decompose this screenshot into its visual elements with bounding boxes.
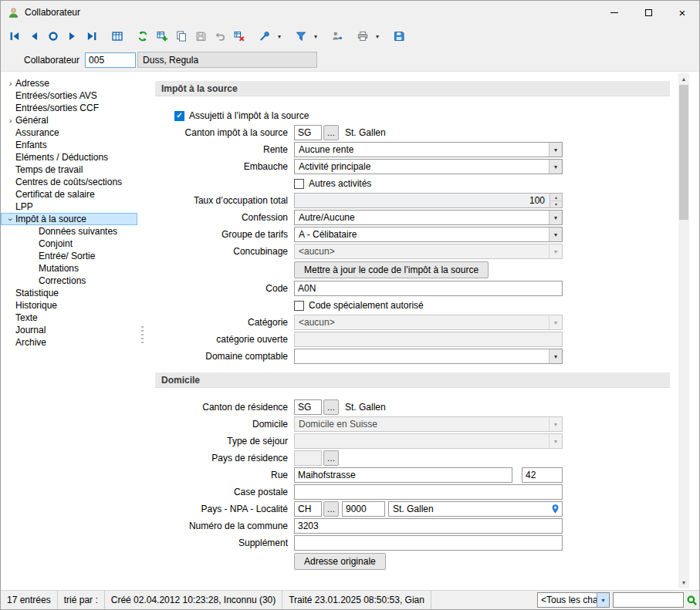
chevron-down-icon[interactable]: ▾ — [549, 227, 562, 241]
localite-value: St. Gallen — [393, 504, 434, 514]
scroll-up-button[interactable]: ▲ — [678, 73, 689, 85]
close-button[interactable]: × — [665, 1, 699, 24]
first-record-button[interactable] — [5, 27, 24, 45]
scroll-down-button[interactable]: ▼ — [678, 577, 689, 588]
supplement-input[interactable] — [294, 535, 563, 551]
rue-label: Rue — [155, 470, 294, 480]
sidebar-item-entrees-sorties-ccf[interactable]: Entrées/sorties CCF — [1, 102, 137, 114]
sidebar-item-historique[interactable]: Historique — [1, 299, 137, 312]
sidebar-item-conjoint[interactable]: Conjoint — [1, 238, 137, 250]
scroll-thumb[interactable] — [679, 85, 688, 220]
chevron-down-icon: ▾ — [549, 417, 562, 431]
domaine-comptable-dropdown[interactable]: ▾ — [294, 349, 563, 364]
print-button[interactable] — [353, 27, 372, 45]
localite-field[interactable]: St. Gallen — [388, 501, 563, 517]
pays-browse-button[interactable]: … — [323, 501, 339, 517]
npa-input[interactable] — [342, 501, 385, 517]
save-button[interactable] — [191, 27, 210, 45]
sidebar-item-statistique[interactable]: Statistique — [1, 287, 137, 299]
sidebar-item-archive[interactable]: Archive — [1, 336, 137, 349]
table-view-button[interactable] — [107, 27, 127, 45]
canton-residence-code-input[interactable] — [294, 399, 322, 415]
code-input[interactable] — [294, 281, 563, 296]
chevron-right-icon[interactable]: › — [5, 116, 15, 125]
sidebar-item-enfants[interactable]: Enfants — [1, 139, 137, 151]
sidebar-item-entree-sortie[interactable]: Entrée/ Sortie — [1, 250, 137, 262]
canton-source-browse-button[interactable]: … — [323, 125, 339, 140]
rue-input[interactable] — [294, 467, 512, 483]
pin-dropdown-button[interactable]: ▾ — [274, 27, 285, 45]
sidebar-item-centres-de-couts-sections[interactable]: Centres de coûts/sections — [1, 176, 137, 188]
search-icon[interactable] — [686, 595, 698, 606]
confession-dropdown[interactable]: Autre/Aucune ▾ — [294, 210, 563, 225]
sidebar-item-corrections[interactable]: Corrections — [1, 275, 137, 287]
adresse-originale-button[interactable]: Adresse originale — [294, 553, 386, 570]
sidebar-item-mutations[interactable]: Mutations — [1, 262, 137, 275]
print-dropdown-button[interactable]: ▾ — [372, 27, 383, 45]
taux-occupation-field[interactable]: 100 ▴ ▾ — [294, 193, 563, 208]
autres-activites-checkbox[interactable] — [294, 179, 304, 189]
chevron-down-icon[interactable]: ▾ — [549, 160, 562, 174]
map-pin-icon[interactable] — [551, 504, 560, 514]
sidebar-item-general[interactable]: ›Général — [1, 114, 137, 126]
chevron-down-icon[interactable]: ▾ — [549, 211, 562, 224]
pays-code-input[interactable] — [294, 501, 322, 517]
sidebar-item-label: Mutations — [39, 263, 79, 274]
app-icon — [8, 7, 19, 19]
chevron-down-icon[interactable]: ▾ — [549, 143, 562, 157]
spinner-down-icon[interactable]: ▾ — [550, 201, 562, 208]
chevron-down-icon[interactable]: › — [6, 214, 15, 224]
spinner-up-icon[interactable]: ▴ — [550, 194, 562, 201]
pays-residence-browse-button[interactable]: … — [323, 450, 339, 466]
form-row: Confession Autre/Aucune ▾ — [155, 209, 670, 226]
sidebar-item-lpp[interactable]: LPP — [1, 201, 137, 213]
sidebar-item-journal[interactable]: Journal — [1, 324, 137, 336]
sidebar-item-temps-de-travail[interactable]: Temps de travail — [1, 163, 137, 176]
pin-button[interactable] — [255, 27, 274, 45]
code-special-checkbox[interactable] — [294, 301, 304, 311]
sidebar-item-adresse[interactable]: ›Adresse — [1, 77, 137, 89]
goto-record-button[interactable] — [43, 27, 63, 45]
field-filter-dropdown[interactable]: <Tous les champ ▾ — [537, 592, 610, 608]
vertical-scrollbar[interactable]: ▲ ▼ — [678, 73, 689, 588]
taux-spinner[interactable]: ▴ ▾ — [550, 194, 562, 207]
canton-source-code-input[interactable] — [294, 125, 322, 140]
chevron-down-icon[interactable]: ▾ — [597, 593, 609, 607]
case-postale-input[interactable] — [294, 484, 563, 500]
new-record-button[interactable] — [152, 27, 171, 45]
filter-button[interactable] — [291, 27, 310, 45]
assujetti-checkbox[interactable]: ✓ — [174, 111, 184, 121]
sidebar-splitter[interactable] — [140, 72, 146, 590]
chevron-down-icon[interactable]: ▾ — [549, 349, 562, 363]
export-button[interactable] — [327, 27, 347, 45]
quick-search-input[interactable] — [613, 592, 684, 608]
maximize-button[interactable] — [631, 1, 665, 24]
form-row: catégorie ouverte — [155, 331, 670, 348]
sidebar-item-certificat-de-salaire[interactable]: Certificat de salaire — [1, 188, 137, 201]
sidebar-item-impot-a-la-source[interactable]: ›Impôt à la source — [1, 213, 137, 225]
sidebar-item-donnees-suivantes[interactable]: Données suivantes — [1, 225, 137, 238]
filter-dropdown-button[interactable]: ▾ — [310, 27, 321, 45]
update-code-button[interactable]: Mettre à jour le code de l’impôt à la so… — [294, 261, 489, 278]
sidebar-item-texte[interactable]: Texte — [1, 312, 137, 324]
commune-input[interactable] — [294, 518, 563, 534]
rente-dropdown[interactable]: Aucune rente ▾ — [294, 142, 563, 157]
sidebar-item-entrees-sorties-avs[interactable]: Entrées/sorties AVS — [1, 89, 137, 102]
next-record-button[interactable] — [63, 27, 82, 45]
delete-record-button[interactable] — [229, 27, 249, 45]
groupe-tarifs-dropdown[interactable]: A - Célibataire ▾ — [294, 227, 563, 242]
minimize-button[interactable] — [597, 1, 631, 24]
embauche-dropdown[interactable]: Activité principale ▾ — [294, 159, 563, 174]
sidebar-item-elements-deductions[interactable]: Eléments / Déductions — [1, 151, 137, 163]
refresh-button[interactable] — [133, 27, 152, 45]
previous-record-button[interactable] — [24, 27, 43, 45]
last-record-button[interactable] — [82, 27, 101, 45]
sidebar-item-assurance[interactable]: Assurance — [1, 126, 137, 139]
chevron-right-icon[interactable]: › — [5, 79, 15, 88]
disk-button[interactable] — [389, 27, 408, 45]
employee-id-input[interactable] — [85, 52, 136, 68]
undo-button[interactable] — [210, 27, 229, 45]
copy-button[interactable] — [171, 27, 191, 45]
rue-numero-input[interactable] — [522, 467, 563, 483]
canton-residence-browse-button[interactable]: … — [323, 399, 339, 415]
